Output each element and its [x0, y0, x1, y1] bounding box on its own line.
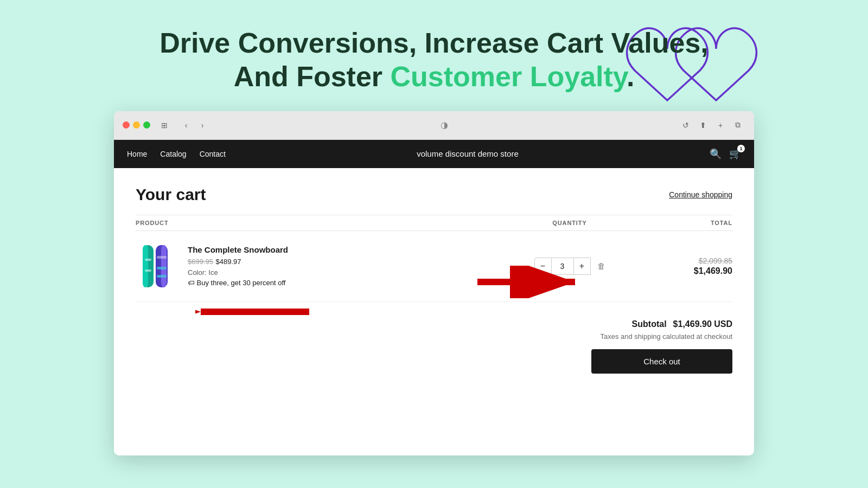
- hero-line2-plain: And Foster: [234, 61, 391, 92]
- store-nav-icons: 🔍 🛒 1: [710, 148, 741, 160]
- forward-button[interactable]: ›: [195, 118, 210, 133]
- cart-table-header: PRODUCT QUANTITY TOTAL: [136, 215, 732, 231]
- product-prices: $699.95 $489.97: [188, 256, 288, 266]
- product-image: [136, 242, 179, 291]
- hero-title: Drive Conversions, Increase Cart Values,…: [0, 26, 868, 94]
- reload-button[interactable]: ↺: [678, 118, 693, 133]
- svg-rect-7: [157, 267, 167, 269]
- product-name: The Complete Snowboard: [188, 245, 288, 254]
- store-title: volume discount demo store: [226, 149, 710, 158]
- hero-line2-end: .: [627, 61, 634, 92]
- svg-rect-2: [145, 259, 151, 261]
- sidebar-toggle-button[interactable]: ⊞: [157, 118, 172, 133]
- cart-header: Your cart Continue shopping: [136, 185, 732, 204]
- cart-title: Your cart: [136, 185, 206, 204]
- svg-rect-8: [157, 275, 167, 278]
- delete-item-button[interactable]: 🗑: [597, 261, 605, 271]
- tab-overview-button[interactable]: ⧉: [730, 118, 745, 133]
- total-discounted-price: $1,469.90: [694, 266, 732, 276]
- nav-contact[interactable]: Contact: [200, 150, 226, 158]
- product-info: The Complete Snowboard $699.95 $489.97 C…: [188, 245, 288, 287]
- browser-window: ⊞ ‹ › ◑ ↺ ⬆ + ⧉ Home Catalog Contact vol…: [114, 111, 754, 455]
- nav-links: Home Catalog Contact: [127, 150, 226, 158]
- svg-rect-6: [157, 256, 167, 259]
- nav-catalog[interactable]: Catalog: [160, 150, 186, 158]
- cart-icon[interactable]: 🛒 1: [729, 148, 741, 160]
- continue-shopping-link[interactable]: Continue shopping: [669, 190, 732, 199]
- store-nav: Home Catalog Contact volume discount dem…: [114, 140, 754, 168]
- svg-rect-3: [145, 269, 151, 272]
- product-col: The Complete Snowboard $699.95 $489.97 C…: [136, 242, 515, 291]
- shield-icon: ◑: [436, 117, 453, 134]
- color-label: Color:: [188, 268, 207, 277]
- browser-right-actions: ↺ ⬆ + ⧉: [678, 118, 745, 133]
- search-icon[interactable]: 🔍: [710, 148, 722, 160]
- checkout-button[interactable]: Check out: [591, 349, 732, 374]
- color-value: Ice: [208, 268, 218, 277]
- discount-tag: 🏷 Buy three, get 30 percent off: [188, 279, 288, 287]
- new-tab-button[interactable]: +: [713, 118, 728, 133]
- product-color: Color: Ice: [188, 268, 288, 277]
- product-column-header: PRODUCT: [136, 220, 515, 226]
- nav-home[interactable]: Home: [127, 150, 147, 158]
- browser-chrome: ⊞ ‹ › ◑ ↺ ⬆ + ⧉: [114, 111, 754, 140]
- svg-rect-1: [143, 245, 148, 287]
- browser-nav: ‹ ›: [178, 118, 210, 133]
- minimize-dot[interactable]: [133, 121, 140, 129]
- cart-row: The Complete Snowboard $699.95 $489.97 C…: [136, 231, 732, 302]
- left-arrow-annotation: [195, 296, 315, 330]
- browser-address-center: ◑: [216, 117, 672, 134]
- cart-badge: 1: [737, 145, 745, 152]
- total-original-price: $2,099.85: [699, 256, 732, 265]
- hero-line1: Drive Conversions, Increase Cart Values,: [0, 26, 868, 60]
- quantity-column-header: QUANTITY: [515, 220, 624, 226]
- back-button[interactable]: ‹: [178, 118, 194, 133]
- product-original-price: $699.95: [188, 258, 213, 266]
- share-button[interactable]: ⬆: [695, 118, 711, 133]
- product-sale-price: $489.97: [215, 258, 241, 266]
- subtotal-value: $1,469.90 USD: [673, 319, 732, 329]
- close-dot[interactable]: [123, 121, 130, 129]
- right-arrow-annotation: [472, 266, 580, 300]
- subtotal-row: Subtotal $1,469.90 USD: [632, 319, 732, 329]
- browser-dots: [123, 121, 150, 129]
- hero-section: Drive Conversions, Increase Cart Values,…: [0, 0, 868, 111]
- total-column-header: TOTAL: [624, 220, 732, 226]
- total-col: $2,099.85 $1,469.90: [624, 256, 732, 276]
- hero-line2-highlight: Customer Loyalty: [391, 61, 627, 92]
- svg-rect-5: [161, 245, 167, 287]
- maximize-dot[interactable]: [143, 121, 150, 129]
- subtotal-label: Subtotal: [632, 319, 667, 329]
- subtotal-note: Taxes and shipping calculated at checkou…: [600, 332, 732, 341]
- hero-line2: And Foster Customer Loyalty.: [0, 60, 868, 93]
